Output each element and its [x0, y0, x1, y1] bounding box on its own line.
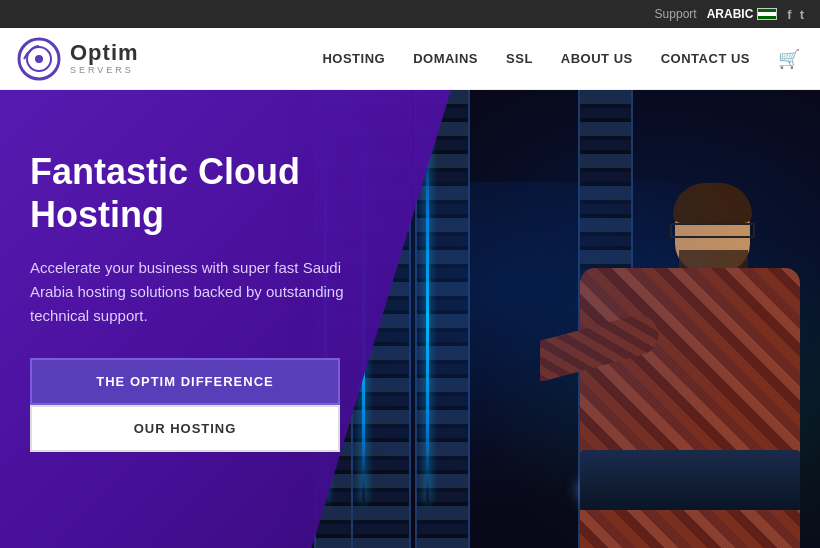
topbar: Support ARABIC f t: [0, 0, 820, 28]
nav-contact-us[interactable]: CONTACT US: [661, 51, 750, 66]
logo-name: Optim: [70, 42, 139, 64]
nav-ssl[interactable]: SSL: [506, 51, 533, 66]
language-label: ARABIC: [707, 7, 754, 21]
logo[interactable]: Optim SERVERS: [16, 36, 139, 82]
social-links: f t: [787, 7, 804, 22]
nav-domains[interactable]: DOMAINS: [413, 51, 478, 66]
logo-circle-icon: [16, 36, 62, 82]
nav-about-us[interactable]: ABOUT US: [561, 51, 633, 66]
flag-icon: [757, 8, 777, 20]
logo-tagline: SERVERS: [70, 66, 139, 75]
language-switcher[interactable]: ARABIC: [707, 7, 778, 21]
hero-subtitle: Accelerate your business with super fast…: [30, 256, 370, 328]
logo-text: Optim SERVERS: [70, 42, 139, 75]
hero-title: Fantastic Cloud Hosting: [30, 150, 390, 236]
hero-content: Fantastic Cloud Hosting Accelerate your …: [0, 150, 420, 452]
hero-buttons: THE OPTIM DIFFERENCE OUR HOSTING: [30, 358, 340, 452]
optim-difference-button[interactable]: THE OPTIM DIFFERENCE: [30, 358, 340, 405]
logo-icon-wrap: [16, 36, 62, 82]
svg-point-2: [35, 55, 43, 63]
twitter-icon[interactable]: t: [800, 7, 804, 22]
header: Optim SERVERS HOSTING DOMAINS SSL ABOUT …: [0, 28, 820, 90]
facebook-icon[interactable]: f: [787, 7, 791, 22]
nav-hosting[interactable]: HOSTING: [322, 51, 385, 66]
hero-section: Fantastic Cloud Hosting Accelerate your …: [0, 90, 820, 548]
our-hosting-button[interactable]: OUR HOSTING: [30, 405, 340, 452]
cart-icon[interactable]: 🛒: [778, 48, 800, 70]
support-label: Support: [655, 7, 697, 21]
main-nav: HOSTING DOMAINS SSL ABOUT US CONTACT US …: [322, 48, 800, 70]
